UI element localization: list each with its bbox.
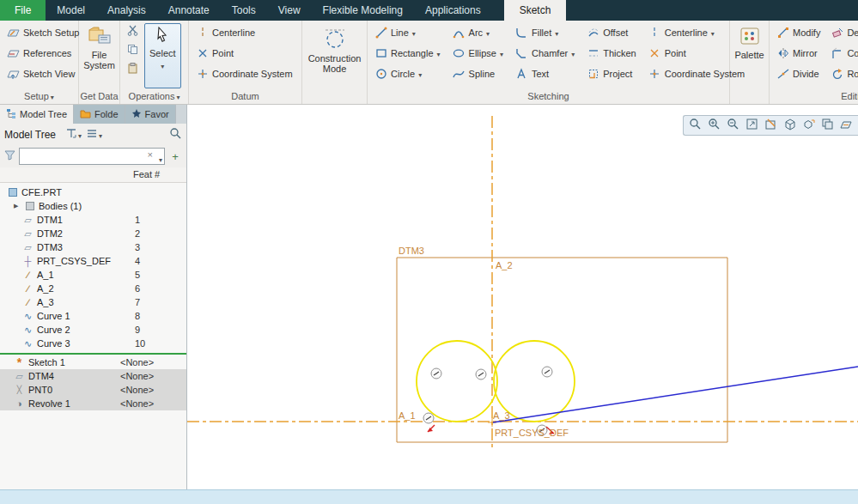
tree-row-curve2[interactable]: Curve 2 9 (0, 323, 186, 337)
divide-button[interactable]: Divide (773, 64, 824, 83)
datum-csys-button[interactable]: Coordinate System (192, 64, 296, 83)
sketch-canvas[interactable]: DTM3 A_2 A_1 A_3 PRT_CSYS_DEF (187, 105, 858, 489)
spline-button[interactable]: Spline (449, 64, 507, 83)
constraint-glyph[interactable] (542, 367, 552, 377)
corner-button[interactable]: Cor (827, 44, 858, 63)
cut-button[interactable] (124, 23, 141, 40)
graphics-area[interactable]: DTM3 A_2 A_1 A_3 PRT_CSYS_DEF (187, 105, 858, 489)
tree-row-part[interactable]: CFE.PRT (0, 185, 186, 199)
modify-button[interactable]: Modify (773, 23, 824, 42)
construction-mode-button[interactable]: Construction Mode (303, 23, 367, 88)
zoom-in-button[interactable] (706, 118, 722, 134)
chevron-down-icon[interactable] (159, 153, 162, 165)
tree-row-dtm4[interactable]: DTM4 <None> (0, 369, 186, 383)
menu-applications[interactable]: Applications (414, 0, 492, 21)
tree-item-label: Revolve 1 (28, 398, 70, 409)
file-system-button[interactable]: File System (78, 23, 120, 88)
tree-row-dtm2[interactable]: DTM2 2 (0, 227, 186, 240)
model-tree-filter-input[interactable] (19, 148, 165, 165)
menu-flexible-modeling[interactable]: Flexible Modeling (312, 0, 414, 21)
mirror-button[interactable]: Mirror (773, 44, 824, 63)
insert-indicator[interactable] (0, 353, 186, 355)
tab-folder-browser[interactable]: Folde (74, 105, 125, 124)
view-manager-button[interactable] (819, 118, 836, 134)
tree-settings-icon (65, 128, 77, 142)
clear-filter-icon[interactable] (148, 150, 153, 160)
tree-row-a1[interactable]: A_1 5 (0, 268, 186, 282)
fillet-button[interactable]: Fillet (512, 23, 578, 42)
menu-model[interactable]: Model (46, 0, 96, 21)
menu-view[interactable]: View (267, 0, 312, 21)
constraint-glyph[interactable] (431, 368, 441, 379)
palette-button[interactable]: Palette (729, 23, 769, 88)
button-label: Spline (469, 69, 496, 79)
display-style-button[interactable] (782, 118, 798, 134)
tree-search-button[interactable] (169, 127, 182, 142)
rotate-resize-button[interactable]: Rota (827, 64, 858, 83)
csys-label[interactable]: PRT_CSYS_DEF (495, 428, 569, 438)
references-button[interactable]: References (3, 44, 82, 63)
refit-button[interactable] (744, 118, 760, 134)
section-outline[interactable] (397, 258, 727, 442)
add-filter-button[interactable] (168, 149, 182, 163)
a2-axis-label[interactable]: A_2 (496, 260, 513, 270)
sketch-view-button[interactable]: Sketch View (3, 64, 82, 83)
menu-file[interactable]: File (0, 0, 46, 21)
chevron-down-icon (51, 91, 54, 101)
tree-row-sketch1[interactable]: Sketch 1 <None> (0, 355, 186, 369)
tree-row-a3[interactable]: A_3 7 (0, 295, 186, 309)
tree-row-csys[interactable]: PRT_CSYS_DEF 4 (0, 254, 186, 268)
sketch-setup-button[interactable]: Sketch Setup (3, 23, 82, 42)
expander-icon[interactable] (14, 203, 21, 209)
tree-row-revolve1[interactable]: Revolve 1 <None> (0, 397, 186, 410)
part-icon (9, 188, 17, 197)
arc-button[interactable]: Arc (449, 23, 507, 42)
constraint-glyph[interactable] (423, 413, 434, 423)
ellipse-button[interactable]: Ellipse (449, 44, 507, 63)
a3-axis-label[interactable]: A_3 (493, 410, 510, 421)
datum-centerline-button[interactable]: Centerline (192, 23, 296, 42)
delete-segment-button[interactable]: Dele (827, 23, 858, 42)
text-button[interactable]: Text (512, 64, 578, 83)
repaint-button[interactable] (763, 118, 779, 134)
tree-row-bodies[interactable]: Bodies (1) (0, 199, 186, 213)
menu-annotate[interactable]: Annotate (157, 0, 221, 21)
sketch-circle-left[interactable] (417, 341, 497, 422)
line-button[interactable]: Line (371, 23, 444, 42)
chamfer-button[interactable]: Chamfer (512, 44, 578, 63)
zoom-out-button[interactable] (725, 118, 741, 134)
tab-sketch[interactable]: Sketch (504, 0, 567, 21)
tree-settings-button[interactable] (65, 128, 82, 142)
constraint-glyph[interactable] (476, 369, 486, 380)
dtm3-label[interactable]: DTM3 (399, 246, 424, 256)
copy-button[interactable] (124, 42, 141, 59)
offset-button[interactable]: Offset (583, 23, 640, 42)
operations-group-menu[interactable]: Operations (120, 88, 188, 104)
datum-display-button[interactable] (838, 118, 855, 134)
thicken-button[interactable]: Thicken (583, 44, 640, 63)
tree-row-a2[interactable]: A_2 6 (0, 282, 186, 295)
saved-orientations-button[interactable] (800, 118, 817, 134)
tree-filters-button[interactable] (86, 128, 102, 142)
tree-row-curve3[interactable]: Curve 3 10 (0, 337, 186, 350)
sketch-circle-right[interactable] (494, 341, 575, 422)
tab-model-tree[interactable]: Model Tree (0, 105, 74, 124)
tab-favorites[interactable]: Favor (125, 105, 176, 124)
tree-row-dtm3[interactable]: DTM3 3 (0, 240, 186, 254)
menu-tools[interactable]: Tools (221, 0, 267, 21)
select-button[interactable]: Select (144, 23, 181, 88)
datum-group-label: Datum (189, 88, 301, 104)
chevron-down-icon (500, 48, 503, 58)
tree-row-dtm1[interactable]: DTM1 1 (0, 213, 186, 227)
paste-button[interactable] (124, 61, 141, 78)
tree-row-pnt0[interactable]: PNT0 <None> (0, 383, 186, 397)
menu-analysis[interactable]: Analysis (96, 0, 157, 21)
zoom-region-button[interactable] (687, 118, 703, 134)
rectangle-button[interactable]: Rectangle (371, 44, 444, 63)
circle-button[interactable]: Circle (371, 64, 444, 83)
a1-axis-label[interactable]: A_1 (399, 410, 416, 421)
datum-point-button[interactable]: Point (192, 44, 296, 63)
setup-group-menu[interactable]: Setup (0, 88, 78, 104)
project-button[interactable]: Project (583, 64, 640, 83)
tree-row-curve1[interactable]: Curve 1 8 (0, 309, 186, 323)
